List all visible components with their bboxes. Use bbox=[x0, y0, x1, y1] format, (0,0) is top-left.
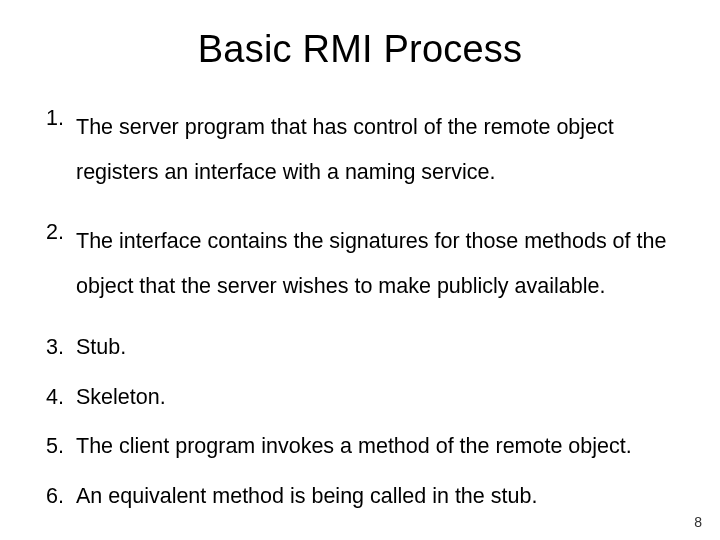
list-item: Skeleton. bbox=[36, 384, 684, 412]
list-item: Stub. bbox=[36, 334, 684, 362]
list-item-text: The server program that has control of t… bbox=[76, 105, 684, 195]
list-item: The client program invokes a method of t… bbox=[36, 433, 684, 461]
slide-title: Basic RMI Process bbox=[36, 28, 684, 71]
list-item-text: Skeleton. bbox=[76, 384, 684, 412]
page-number: 8 bbox=[694, 514, 702, 530]
list-item-text: An equivalent method is being called in … bbox=[76, 483, 684, 511]
slide: Basic RMI Process The server program tha… bbox=[0, 0, 720, 540]
list-item: The interface contains the signatures fo… bbox=[36, 219, 684, 309]
process-list: The server program that has control of t… bbox=[36, 105, 684, 511]
list-item: The server program that has control of t… bbox=[36, 105, 684, 195]
list-item-text: Stub. bbox=[76, 334, 684, 362]
list-item-text: The interface contains the signatures fo… bbox=[76, 219, 684, 309]
list-item: An equivalent method is being called in … bbox=[36, 483, 684, 511]
list-item-text: The client program invokes a method of t… bbox=[76, 433, 684, 461]
